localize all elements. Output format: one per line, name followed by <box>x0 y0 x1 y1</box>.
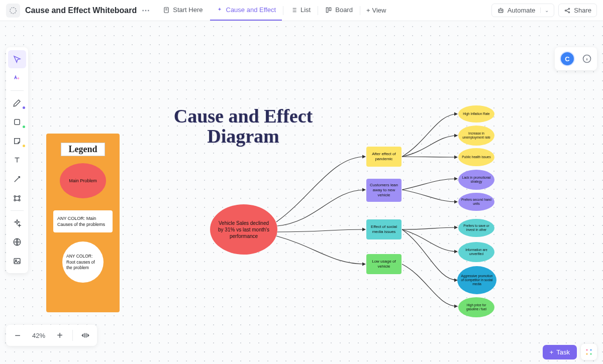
cause-node[interactable]: Low usage of vehicle <box>366 254 401 274</box>
svg-point-8 <box>569 8 570 9</box>
svg-rect-3 <box>329 8 331 11</box>
svg-point-0 <box>10 8 16 14</box>
svg-point-20 <box>590 349 591 350</box>
whiteboard-content: Cause and Effect Diagram Legend Main Pro… <box>0 21 603 364</box>
view-tabs: Start Here Cause and Effect List Board +… <box>157 0 391 21</box>
legend-main-causes: ANY COLOR: Main Causes of the problems <box>53 210 113 232</box>
svg-point-5 <box>499 11 500 11</box>
zoom-in-button[interactable]: + <box>52 328 67 343</box>
more-icon[interactable]: ⋯ <box>139 6 153 15</box>
legend-main-problem: Main Problem <box>60 163 106 198</box>
tab-list[interactable]: List <box>284 0 317 21</box>
svg-point-22 <box>590 353 591 354</box>
doc-icon <box>6 4 20 18</box>
tab-cause-effect[interactable]: Cause and Effect <box>210 0 282 21</box>
robot-icon <box>497 7 505 14</box>
tab-label: Board <box>335 6 353 14</box>
svg-point-7 <box>565 10 566 11</box>
svg-point-6 <box>501 11 501 11</box>
divider <box>318 6 318 15</box>
legend-root-causes: ANY COLOR: Root causes of the problem <box>62 241 104 283</box>
task-label: Task <box>556 348 570 356</box>
apps-button[interactable] <box>581 344 597 360</box>
root-node[interactable]: High price for gasoline / fuel <box>458 297 494 317</box>
share-icon <box>564 7 571 14</box>
automate-label: Automate <box>508 7 536 14</box>
root-node[interactable]: Lack in promotional strategy <box>458 170 494 190</box>
legend-title: Legend <box>61 143 105 156</box>
sparkle-icon <box>216 7 223 14</box>
cause-node[interactable]: After effect of pandemic <box>366 147 401 167</box>
root-node[interactable]: Information are unverified <box>458 242 494 262</box>
plus-icon: + <box>366 7 370 14</box>
apps-grid-icon <box>585 348 593 356</box>
doc-page-icon <box>163 7 170 14</box>
zoom-out-button[interactable]: − <box>10 328 25 343</box>
root-node[interactable]: Aggressive promotion of competitor in so… <box>457 266 496 294</box>
divider <box>360 6 360 15</box>
divider <box>72 330 73 341</box>
root-node[interactable]: High Inflation Rate <box>458 105 494 123</box>
legend-panel[interactable]: Legend Main Problem ANY COLOR: Main Caus… <box>46 134 120 312</box>
cause-node[interactable]: Effect of social media issues <box>366 219 401 239</box>
zoom-percent[interactable]: 42% <box>30 332 47 339</box>
automate-button[interactable]: Automate ⌄ <box>491 4 555 17</box>
plus-icon: + <box>550 348 554 356</box>
divider <box>283 6 283 15</box>
canvas[interactable]: C Cause and Effect Diagram Legend Main P… <box>0 21 603 364</box>
chevron-down-icon[interactable]: ⌄ <box>540 8 549 13</box>
share-button[interactable]: Share <box>558 4 597 17</box>
svg-rect-2 <box>327 8 329 12</box>
root-node[interactable]: Prefers to save or invest in other <box>458 219 494 237</box>
fit-width-button[interactable] <box>78 328 93 343</box>
cause-node[interactable]: Customers lean away to new vehicle <box>366 179 401 202</box>
header-bar: Cause and Effect Whiteboard ⋯ Start Here… <box>0 0 603 21</box>
bottom-right-actions: + Task <box>543 344 597 360</box>
main-problem-node[interactable]: Vehicle Sales declined by 31% vs last mo… <box>210 204 277 255</box>
tab-start-here[interactable]: Start Here <box>157 0 209 21</box>
view-label: View <box>372 7 386 14</box>
share-label: Share <box>574 7 591 14</box>
svg-point-9 <box>569 12 570 13</box>
diagram-title[interactable]: Cause and Effect Diagram <box>168 106 319 147</box>
doc-title[interactable]: Cause and Effect Whiteboard <box>25 6 137 15</box>
zoom-bar: − 42% + <box>6 325 97 346</box>
svg-point-21 <box>586 353 587 354</box>
root-node[interactable]: Prefers second hand units <box>458 193 494 211</box>
tab-label: List <box>300 6 311 14</box>
list-icon <box>290 7 297 14</box>
svg-point-19 <box>586 349 587 350</box>
tab-label: Cause and Effect <box>226 6 276 14</box>
board-icon <box>325 7 332 14</box>
tab-board[interactable]: Board <box>319 0 359 21</box>
root-node[interactable]: Public health issues <box>458 148 494 166</box>
add-view-button[interactable]: + View <box>361 7 391 14</box>
root-node[interactable]: Increase in unemployment rate <box>458 126 494 146</box>
task-button[interactable]: + Task <box>543 345 577 359</box>
tab-label: Start Here <box>173 6 203 14</box>
